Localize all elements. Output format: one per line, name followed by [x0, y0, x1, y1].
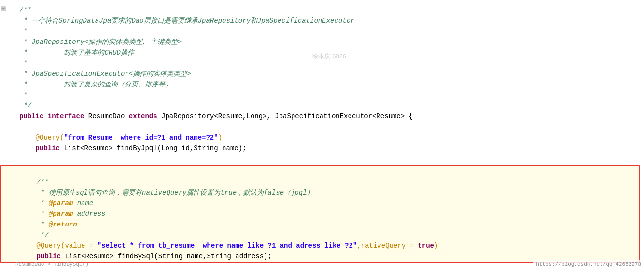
comment-segment: * JpaRepository<操作的实体类类型, 主键类型> — [19, 38, 182, 46]
annotation-param-segment: @param — [49, 210, 73, 218]
code-line: −/** — [0, 5, 644, 15]
code-line: * — [0, 26, 644, 37]
code-line: */ — [0, 100, 644, 111]
code-editor: −/** * 一个符合SpringDataJpa要求的Dao层接口是需要继承Jp… — [0, 0, 644, 268]
line-code-content: * JpaSpecificationExecutor<操作的实体类类型> — [15, 69, 644, 79]
line-code-content: * 封装了基本的CRUD操作 — [15, 47, 644, 58]
code-line — [0, 122, 644, 132]
string-segment: "select * from tb_resume where name like… — [98, 242, 357, 250]
line-code-content: * 封装了复杂的查询（分页、排序等） — [15, 79, 644, 90]
comment-segment: */ — [19, 102, 31, 110]
bottom-label: ResumeDao > findBySql() — [15, 260, 89, 268]
line-code-content: @Query("from Resume where id=?1 and name… — [15, 132, 644, 143]
code-line: * — [0, 58, 644, 69]
comment-segment: * — [19, 59, 28, 67]
annotation-segment: ,nativeQuery = — [357, 242, 418, 250]
comment-segment: * 封装了复杂的查询（分页、排序等） — [19, 81, 172, 88]
url-bar: https://blog.csdn.net/qq_42652278 — [533, 260, 644, 268]
code-line: public interface ResumeDao extends JpaRe… — [0, 111, 644, 122]
plain-segment: ResumeDao — [88, 113, 129, 120]
comment-segment: * 使用原生sql语句查询，需要将nativeQuery属性设置为true，默认… — [20, 189, 314, 197]
comment-segment: /** — [20, 178, 49, 186]
line-code-content: public List<Resume> findByJpql(Long id,S… — [15, 143, 644, 154]
line-code-content: /** — [15, 5, 644, 15]
plain-segment: List<Resume> findBySql(String name,Strin… — [65, 253, 271, 260]
code-line: @Query(value = "select * from tb_resume … — [1, 240, 639, 251]
line-code-content — [15, 122, 644, 132]
plain-segment: List<Resume> findByJpql(Long id,String n… — [64, 144, 246, 152]
line-code-content: * — [15, 90, 644, 100]
comment-segment: * — [19, 28, 28, 35]
comment-segment: * JpaSpecificationExecutor<操作的实体类类型> — [19, 70, 191, 78]
line-code-content — [15, 154, 644, 164]
code-line: * @param name — [1, 198, 639, 209]
annotation-segment: ) — [218, 134, 222, 141]
code-line: * — [0, 90, 644, 100]
plain-segment — [20, 253, 37, 260]
code-line: * @return — [1, 219, 639, 230]
code-line: */ — [1, 230, 639, 240]
annotation-segment: ) — [434, 242, 438, 250]
annotation-param-segment: @param — [49, 199, 73, 207]
line-code-content: */ — [15, 100, 644, 111]
comment-segment: * — [20, 221, 49, 228]
line-code-content: * 一个符合SpringDataJpa要求的Dao层接口是需要继承JpaRepo… — [15, 15, 644, 26]
code-line: * JpaRepository<操作的实体类类型, 主键类型> — [0, 37, 644, 47]
comment-segment: * — [19, 91, 28, 99]
line-code-content: * @param name — [16, 198, 639, 209]
comment-segment: * 封装了基本的CRUD操作 — [19, 49, 134, 56]
keyword-segment: public interface — [19, 113, 88, 120]
comment-segment: address — [73, 210, 105, 218]
comment-segment: * — [20, 199, 49, 207]
keyword-segment: true — [418, 242, 434, 250]
line-code-content: @Query(value = "select * from tb_resume … — [16, 240, 639, 251]
annotation-segment: @Query( — [19, 134, 64, 141]
code-line: * 封装了基本的CRUD操作 — [0, 47, 644, 58]
code-line: * 使用原生sql语句查询，需要将nativeQuery属性设置为true，默认… — [1, 187, 639, 198]
comment-segment: name — [73, 199, 93, 207]
line-code-content: * @return — [16, 219, 639, 230]
fold-icon[interactable]: − — [1, 6, 6, 11]
code-line: @Query("from Resume where id=?1 and name… — [0, 132, 644, 143]
line-code-content: * — [15, 26, 644, 37]
code-line — [1, 166, 639, 177]
code-line: * 封装了复杂的查询（分页、排序等） — [0, 79, 644, 90]
line-code-content: public interface ResumeDao extends JpaRe… — [15, 111, 644, 122]
code-line: * @param address — [1, 209, 639, 219]
line-code-content: * @param address — [16, 209, 639, 219]
annotation-segment: @Query(value = — [20, 242, 98, 250]
comment-segment: */ — [20, 231, 49, 239]
line-code-content: /** — [16, 177, 639, 187]
code-line: public List<Resume> findByJpql(Long id,S… — [0, 143, 644, 154]
string-segment: "from Resume where id=?1 and name=?2" — [64, 134, 218, 141]
keyword-segment: extends — [129, 113, 161, 120]
annotation-param-segment: @return — [49, 221, 77, 228]
plain-segment: JpaRepository<Resume,Long>, JpaSpecifica… — [161, 113, 413, 120]
highlighted-code-block: /** * 使用原生sql语句查询，需要将nativeQuery属性设置为tru… — [0, 165, 640, 263]
code-line: * JpaSpecificationExecutor<操作的实体类类型> — [0, 69, 644, 79]
keyword-segment: public — [36, 144, 64, 152]
comment-segment: /** — [19, 6, 31, 14]
code-line: * 一个符合SpringDataJpa要求的Dao层接口是需要继承JpaRepo… — [0, 15, 644, 26]
comment-segment: * — [20, 210, 49, 218]
line-code-content: * 使用原生sql语句查询，需要将nativeQuery属性设置为true，默认… — [16, 187, 639, 198]
keyword-segment: public — [37, 253, 65, 260]
line-code-content: * — [15, 58, 644, 69]
line-code-content: * JpaRepository<操作的实体类类型, 主键类型> — [15, 37, 644, 47]
line-code-content: */ — [16, 230, 639, 240]
code-line: /** — [1, 177, 639, 187]
comment-segment: * 一个符合SpringDataJpa要求的Dao层接口是需要继承JpaRepo… — [19, 17, 354, 25]
code-line — [0, 154, 644, 164]
plain-segment — [19, 144, 36, 152]
